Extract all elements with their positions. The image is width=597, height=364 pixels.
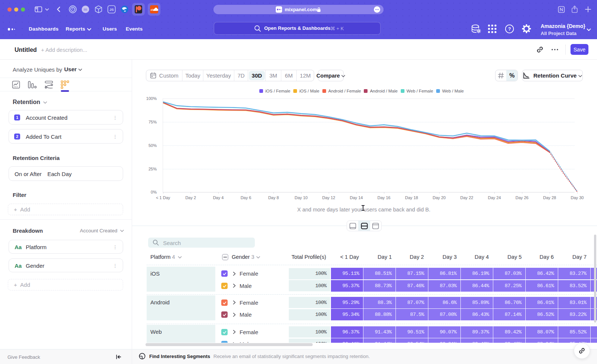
svg-text:m: m: [84, 7, 87, 12]
svg-text:?: ?: [508, 26, 511, 32]
svg-text:JS: JS: [109, 7, 114, 12]
